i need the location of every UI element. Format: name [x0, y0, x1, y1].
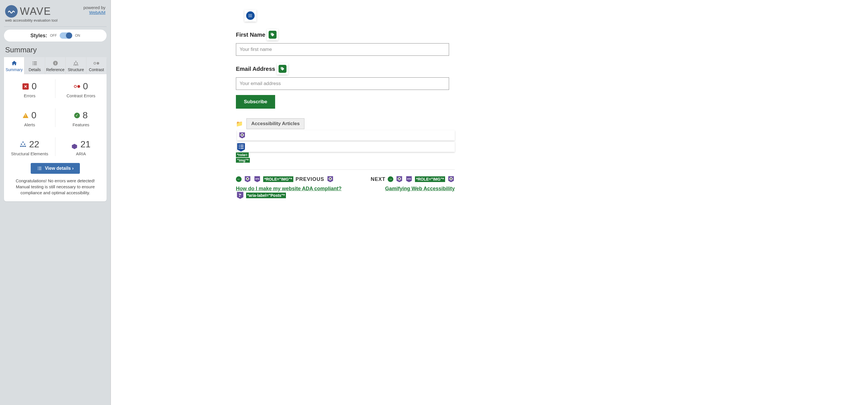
tab-structure[interactable]: Structure	[66, 57, 86, 74]
svg-point-8	[75, 61, 76, 62]
tree-icon	[73, 60, 79, 66]
tab-contrast[interactable]: Contrast	[86, 57, 106, 74]
cell-structural[interactable]: 22 Structural Elements	[4, 132, 55, 161]
cell-aria[interactable]: 21 ARIA	[55, 132, 107, 161]
svg-rect-33	[241, 148, 244, 148]
wave-sidebar: WAVE web accessibility evaluation tool p…	[0, 0, 111, 405]
contrast-label: Contrast Errors	[58, 93, 104, 98]
svg-rect-0	[33, 61, 34, 62]
aria-role-icon[interactable]: aria	[253, 175, 261, 183]
powered-prefix: powered by	[83, 5, 105, 10]
tab-summary[interactable]: Summary	[4, 57, 25, 74]
styles-on-text: ON	[75, 34, 80, 37]
svg-point-38	[249, 17, 250, 17]
svg-point-12	[75, 64, 76, 65]
aria-hidden-icon[interactable]	[327, 175, 334, 183]
alerts-label: Alerts	[6, 122, 53, 127]
summary-grid: ✕0 Errors 0 Contrast Errors 0 Alerts ✓8 …	[4, 74, 106, 161]
form-label-icon[interactable]	[277, 63, 288, 75]
aria-hidden-icon[interactable]	[396, 175, 403, 183]
svg-rect-32	[239, 148, 240, 148]
logo-block: WAVE web accessibility evaluation tool	[5, 5, 57, 23]
svg-rect-30	[239, 146, 240, 147]
svg-point-11	[73, 64, 74, 65]
svg-rect-1	[34, 61, 37, 62]
svg-point-34	[249, 14, 250, 15]
view-details-button[interactable]: View details ›	[31, 163, 80, 174]
tab-details[interactable]: Details	[25, 57, 45, 74]
cell-features[interactable]: ✓8 Features	[55, 103, 107, 132]
svg-point-10	[77, 63, 78, 63]
tab-reference[interactable]: i Reference	[45, 57, 66, 74]
brand-text: WAVE	[20, 5, 51, 17]
contrast-icon	[93, 60, 99, 66]
svg-text:i: i	[55, 61, 56, 65]
next-label: NEXT	[371, 176, 385, 182]
svg-text:aria: aria	[255, 177, 259, 180]
sidebar-header: WAVE web accessibility evaluation tool p…	[4, 3, 106, 26]
next-post-link[interactable]: Gamifying Web Accessibility	[385, 186, 455, 192]
svg-rect-23	[39, 167, 41, 168]
aria-count: 21	[81, 139, 91, 150]
svg-text:aria: aria	[407, 177, 411, 180]
list-icon	[37, 166, 42, 171]
powered-by: powered by WebAIM	[83, 5, 105, 15]
tab-contrast-label: Contrast	[89, 67, 104, 72]
email-input[interactable]	[236, 77, 449, 90]
svg-rect-39	[250, 17, 252, 17]
tab-reference-label: Reference	[46, 67, 64, 72]
svg-point-15	[23, 141, 24, 143]
cell-contrast[interactable]: 0 Contrast Errors	[55, 74, 107, 103]
category-tag[interactable]: Accessibility Articles	[246, 118, 304, 129]
aria-role-icon[interactable]: aria	[237, 142, 455, 152]
congrats-text: Congratulations! No errors were detected…	[4, 178, 106, 201]
svg-rect-25	[39, 168, 41, 169]
previous-label: PREVIOUS	[296, 176, 324, 182]
prev-post-link[interactable]: How do I make my website ADA compliant?	[236, 186, 342, 192]
styles-toggle[interactable]	[60, 32, 72, 39]
styles-toggle-bar: Styles: OFF ON	[4, 30, 106, 41]
aria-hidden-icon[interactable]	[447, 175, 455, 183]
cell-alerts[interactable]: 0 Alerts	[4, 103, 55, 132]
svg-point-40	[272, 34, 272, 34]
styles-label: Styles:	[30, 33, 47, 39]
arrow-left-icon: ←	[236, 176, 242, 182]
webaim-link[interactable]: WebAIM	[89, 10, 105, 15]
aria-label-posts-marker[interactable]: *aria-label="Posts"*	[236, 191, 286, 200]
next-role-text: *ROLE="IMG"*	[415, 176, 445, 182]
category-row: 📁 Accessibility Articles	[236, 118, 455, 129]
aria-role-icon[interactable]: aria	[405, 175, 413, 183]
svg-rect-35	[250, 14, 252, 15]
aria-label: ARIA	[58, 151, 104, 156]
svg-point-13	[76, 64, 77, 65]
svg-point-16	[21, 144, 23, 145]
list-icon	[32, 60, 38, 66]
svg-rect-28	[239, 145, 240, 145]
arrow-right-icon: →	[388, 176, 393, 182]
svg-point-14	[77, 64, 78, 65]
unordered-list-icon[interactable]	[244, 10, 256, 22]
styles-off-text: OFF	[50, 34, 57, 37]
wave-logo-icon	[5, 5, 18, 18]
first-name-input[interactable]	[236, 43, 449, 56]
structural-element-icon[interactable]	[236, 142, 246, 153]
first-name-label: First Name	[236, 32, 265, 38]
form-label-icon[interactable]	[267, 29, 278, 40]
svg-point-21	[25, 146, 26, 147]
role-img-text-b: "img"*	[236, 158, 250, 163]
errors-label: Errors	[6, 93, 53, 98]
svg-point-41	[281, 68, 282, 68]
svg-rect-22	[37, 167, 38, 168]
tab-bar: Summary Details i Reference Structure Co…	[4, 57, 106, 74]
svg-rect-26	[37, 170, 38, 170]
subscribe-button[interactable]: Subscribe	[236, 95, 275, 109]
svg-rect-4	[33, 64, 34, 65]
aria-icon	[71, 141, 78, 148]
aria-hidden-icon[interactable]	[244, 175, 251, 183]
svg-rect-24	[37, 168, 38, 169]
cell-errors[interactable]: ✕0 Errors	[4, 74, 55, 103]
aria-hidden-icon[interactable]	[237, 130, 455, 141]
svg-rect-27	[39, 170, 41, 170]
structural-icon	[20, 139, 26, 150]
email-label: Email Address	[236, 66, 275, 72]
